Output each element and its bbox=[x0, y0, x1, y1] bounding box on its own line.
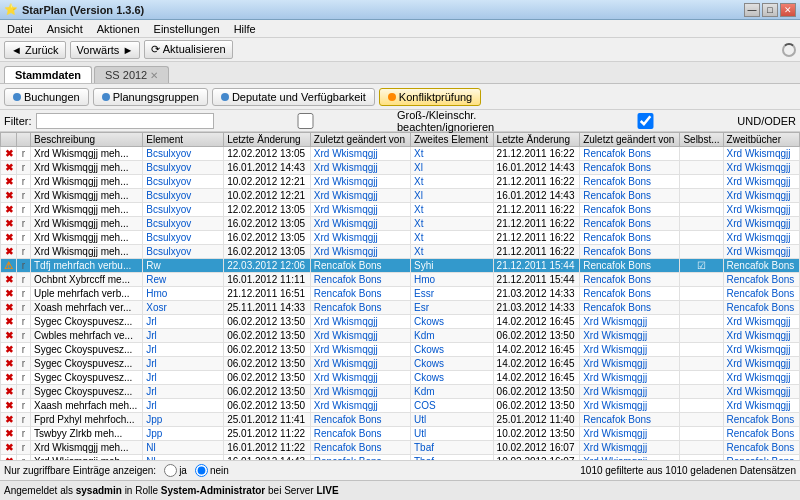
menu-datei[interactable]: Datei bbox=[4, 22, 36, 36]
col-element[interactable]: Element bbox=[143, 133, 224, 147]
menu-aktionen[interactable]: Aktionen bbox=[94, 22, 143, 36]
filter-input[interactable] bbox=[36, 113, 214, 129]
row-type: r bbox=[17, 217, 31, 231]
table-row[interactable]: ✖ r Xrd Wkismqgjj meh... Bcsulxyov 10.02… bbox=[1, 175, 800, 189]
row-user1: Rencafok Bons bbox=[310, 427, 410, 441]
section-konflikt[interactable]: Konfliktprüfung bbox=[379, 88, 481, 106]
row-type: r bbox=[17, 161, 31, 175]
close-tab-icon[interactable]: ✕ bbox=[150, 70, 158, 81]
table-container[interactable]: Beschreibung Element Letzte Änderung Zul… bbox=[0, 132, 800, 460]
row-icon1: ✖ bbox=[1, 245, 17, 259]
col-elem2[interactable]: Zweites Element bbox=[411, 133, 494, 147]
row-date2: 21.12.2011 16:22 bbox=[493, 217, 580, 231]
yes-radio[interactable] bbox=[164, 464, 177, 477]
row-user2: Xrd Wkismqgjj bbox=[580, 329, 680, 343]
forward-button[interactable]: Vorwärts ► bbox=[70, 41, 141, 59]
tab-stammdaten[interactable]: Stammdaten bbox=[4, 66, 92, 83]
row-date1: 25.01.2012 11:22 bbox=[224, 427, 311, 441]
case-sensitive-checkbox[interactable] bbox=[218, 113, 393, 129]
row-element: Jpp bbox=[143, 413, 224, 427]
table-row[interactable]: ✖ r Cwbles mehrfach ve... Jrl 06.02.2012… bbox=[1, 329, 800, 343]
menubar: Datei Ansicht Aktionen Einstellungen Hil… bbox=[0, 20, 800, 38]
toolbar: ◄ Zurück Vorwärts ► ⟳ Aktualisieren bbox=[0, 38, 800, 62]
row-icon1: ✖ bbox=[1, 175, 17, 189]
col-beschreibung[interactable]: Beschreibung bbox=[31, 133, 143, 147]
maximize-button[interactable]: □ bbox=[762, 3, 778, 17]
minimize-button[interactable]: — bbox=[744, 3, 760, 17]
table-row[interactable]: ✖ r Sygec Ckoyspuvesz... Jrl 06.02.2012 … bbox=[1, 371, 800, 385]
row-desc: Sygec Ckoyspuvesz... bbox=[31, 385, 143, 399]
filter-options: Groß-/Kleinschr. beachten/ignorieren UND… bbox=[218, 109, 796, 133]
table-row[interactable]: ✖ r Ochbnt Xybrccff me... Rew 16.01.2012… bbox=[1, 273, 800, 287]
col-date2[interactable]: Letzte Änderung bbox=[493, 133, 580, 147]
row-desc: Sygec Ckoyspuvesz... bbox=[31, 315, 143, 329]
table-row[interactable]: ✖ r Xrd Wkismqgjj meh... Bcsulxyov 16.02… bbox=[1, 217, 800, 231]
table-row[interactable]: ⚠ r Tdfj mehrfach verbu... Rw 22.03.2012… bbox=[1, 259, 800, 273]
section-planungsgruppen[interactable]: Planungsgruppen bbox=[93, 88, 208, 106]
row-date1: 06.02.2012 13:50 bbox=[224, 315, 311, 329]
col-self[interactable]: Selbst... bbox=[680, 133, 723, 147]
table-row[interactable]: ✖ r Xrd Wkismqgjj meh... Nl 16.01.2012 1… bbox=[1, 441, 800, 455]
row-user1: Rencafok Bons bbox=[310, 259, 410, 273]
section-deputate[interactable]: Deputate und Verfügbarkeit bbox=[212, 88, 375, 106]
table-row[interactable]: ✖ r Tswbyy Zlrkb meh... Jpp 25.01.2012 1… bbox=[1, 427, 800, 441]
row-user1: Xrd Wkismqgjj bbox=[310, 245, 410, 259]
row-self bbox=[680, 399, 723, 413]
no-radio[interactable] bbox=[195, 464, 208, 477]
tab-ss2012[interactable]: SS 2012 ✕ bbox=[94, 66, 169, 83]
close-button[interactable]: ✕ bbox=[780, 3, 796, 17]
row-element: Jrl bbox=[143, 357, 224, 371]
row-self bbox=[680, 441, 723, 455]
row-desc: Xrd Wkismqgjj meh... bbox=[31, 455, 143, 461]
row-second: Xrd Wkismqgjj bbox=[723, 399, 799, 413]
row-date2: 10.02.2012 16:07 bbox=[493, 441, 580, 455]
row-date2: 14.02.2012 16:45 bbox=[493, 343, 580, 357]
table-row[interactable]: ✖ r Xrd Wkismqgjj meh... Bcsulxyov 16.02… bbox=[1, 231, 800, 245]
table-row[interactable]: ✖ r Xrd Wkismqgjj meh... Bcsulxyov 16.01… bbox=[1, 161, 800, 175]
col-icon2[interactable] bbox=[17, 133, 31, 147]
row-user2: Xrd Wkismqgjj bbox=[580, 385, 680, 399]
und-oder-checkbox[interactable] bbox=[558, 113, 733, 129]
row-date1: 22.03.2012 12:06 bbox=[224, 259, 311, 273]
row-date1: 16.02.2012 13:05 bbox=[224, 245, 311, 259]
row-element: Jrl bbox=[143, 399, 224, 413]
table-row[interactable]: ✖ r Xrd Wkismqgjj meh... Bcsulxyov 12.02… bbox=[1, 147, 800, 161]
row-user1: Xrd Wkismqgjj bbox=[310, 161, 410, 175]
row-user1: Rencafok Bons bbox=[310, 441, 410, 455]
col-date1[interactable]: Letzte Änderung bbox=[224, 133, 311, 147]
table-row[interactable]: ✖ r Xrd Wkismqgjj meh... Bcsulxyov 16.02… bbox=[1, 245, 800, 259]
table-row[interactable]: ✖ r Xrd Wkismqgjj meh... Bcsulxyov 10.02… bbox=[1, 189, 800, 203]
row-type: r bbox=[17, 413, 31, 427]
table-row[interactable]: ✖ r Sygec Ckoyspuvesz... Jrl 06.02.2012 … bbox=[1, 357, 800, 371]
row-second: Xrd Wkismqgjj bbox=[723, 189, 799, 203]
row-date1: 06.02.2012 13:50 bbox=[224, 385, 311, 399]
table-row[interactable]: ✖ r Fprd Pxhyl mehrfoch... Jpp 25.01.201… bbox=[1, 413, 800, 427]
col-second[interactable]: Zweitbücher bbox=[723, 133, 799, 147]
row-desc: Xrd Wkismqgjj meh... bbox=[31, 147, 143, 161]
table-row[interactable]: ✖ r Sygec Ckoyspuvesz... Jrl 06.02.2012 … bbox=[1, 343, 800, 357]
deputate-dot bbox=[221, 93, 229, 101]
section-buchungen[interactable]: Buchungen bbox=[4, 88, 89, 106]
table-row[interactable]: ✖ r Xoash mehrfach ver... Xosr 25.11.201… bbox=[1, 301, 800, 315]
table-row[interactable]: ✖ r Xaash mehrfach meh... Jrl 06.02.2012… bbox=[1, 399, 800, 413]
row-icon1: ✖ bbox=[1, 301, 17, 315]
menu-hilfe[interactable]: Hilfe bbox=[231, 22, 259, 36]
row-date1: 12.02.2012 13:05 bbox=[224, 147, 311, 161]
table-row[interactable]: ✖ r Xrd Wkismqgjj meh... Bcsulxyov 12.02… bbox=[1, 203, 800, 217]
row-date2: 21.03.2012 14:33 bbox=[493, 301, 580, 315]
back-button[interactable]: ◄ Zurück bbox=[4, 41, 66, 59]
row-self bbox=[680, 329, 723, 343]
col-icon1[interactable] bbox=[1, 133, 17, 147]
menu-einstellungen[interactable]: Einstellungen bbox=[151, 22, 223, 36]
refresh-button[interactable]: ⟳ Aktualisieren bbox=[144, 40, 232, 59]
col-user1[interactable]: Zuletzt geändert von bbox=[310, 133, 410, 147]
row-date1: 12.02.2012 13:05 bbox=[224, 203, 311, 217]
menu-ansicht[interactable]: Ansicht bbox=[44, 22, 86, 36]
loading-spinner bbox=[782, 43, 796, 57]
table-row[interactable]: ✖ r Uple mehrfach verb... Hmo 21.12.2011… bbox=[1, 287, 800, 301]
row-second: Rencafok Bons bbox=[723, 427, 799, 441]
show-accessible-label: Nur zugriffbare Einträge anzeigen: bbox=[4, 465, 156, 476]
table-row[interactable]: ✖ r Sygec Ckoyspuvesz... Jrl 06.02.2012 … bbox=[1, 385, 800, 399]
table-row[interactable]: ✖ r Sygec Ckoyspuvesz... Jrl 06.02.2012 … bbox=[1, 315, 800, 329]
col-user2[interactable]: Zuletzt geändert von bbox=[580, 133, 680, 147]
